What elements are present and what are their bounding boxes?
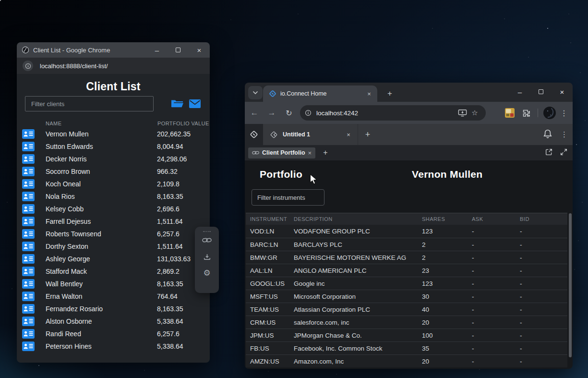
install-app-icon[interactable] [456,107,468,119]
cell-bid: - [520,267,567,274]
contact-card-icon [22,142,35,151]
instrument-row: GOOGL:US Google inc 123 - - [246,277,567,290]
forward-icon[interactable]: → [264,105,279,121]
client-row[interactable]: Wall Bentley 8,163.35 [17,278,210,290]
back-icon[interactable]: ← [247,105,262,121]
client-portfolio-value: 24,298.06 [157,155,187,163]
cell-bid: - [520,332,567,339]
client-row[interactable]: Nola Rios 8,163.35 [17,190,210,203]
cell-ask: - [472,280,520,287]
filter-instruments-input[interactable] [252,189,324,206]
client-row[interactable]: Koch Oneal 2,109.8 [17,178,210,190]
tab-close-icon[interactable]: × [365,89,373,98]
subtab-close-icon[interactable]: × [308,149,312,157]
cell-shares: 35 [422,345,472,352]
profile-avatar[interactable] [543,106,556,120]
client-row[interactable]: Alston Osborne 5,338.64 [17,315,210,328]
minimize-button[interactable]: – [146,42,168,58]
client-row[interactable]: Sutton Edwards 8,004.94 [17,140,210,153]
browser-menu-dots-icon[interactable]: ⋮ [559,109,569,118]
column-description: DESCRIPTION [294,216,422,222]
instrument-row: AMZN:US Amazon.com, Inc 20 - - [246,354,567,367]
portfolio-page: Portfolio Vernon Mullen INSTRUMENT DESCR… [245,160,573,369]
portfolio-table-body: VOD:LN VODAFONE GROUP PLC 123 - - BARC:L… [246,225,567,367]
mail-icon[interactable] [188,98,202,110]
close-button[interactable]: × [189,42,210,58]
workspace-bar: Untitled 1 × + ⋮ [245,124,573,145]
client-portfolio-subtab[interactable]: Client Portfolio × [248,147,315,159]
portfolio-table-header: INSTRUMENT DESCRIPTION SHARES ASK BID [246,213,567,225]
download-icon[interactable] [195,248,219,265]
cell-instrument: AAL:LN [246,267,294,274]
toolbar-separator [538,109,538,117]
client-row[interactable]: Erna Walton 764.64 [17,290,210,303]
maximize-group-icon[interactable] [560,148,568,158]
notifications-bell-icon[interactable] [542,129,554,140]
ioconnect-logo-button[interactable] [245,124,263,145]
popout-window-icon[interactable] [545,148,553,158]
client-row[interactable]: Peterson Hines 5,338.64 [17,340,210,353]
site-info-icon[interactable] [23,61,33,71]
client-row[interactable]: Randi Reed 6,257.6 [17,328,210,340]
client-row[interactable]: Stafford Mack 2,869.2 [17,265,210,278]
maximize-button[interactable] [168,42,189,58]
client-row[interactable]: Decker Norris 24,298.06 [17,153,210,165]
site-info-icon[interactable] [305,110,312,116]
maximize-button[interactable] [530,83,552,101]
cell-bid: - [520,319,567,326]
contact-card-icon [22,242,35,251]
client-name: Ashley George [46,255,90,263]
link-channels-icon[interactable] [195,232,219,248]
browser-window: io.Connect Home × + – × ← → ↻ localhost:… [245,83,573,369]
tab-search-chevron-icon[interactable] [248,86,263,99]
client-row[interactable]: Socorro Brown 966.32 [17,165,210,178]
io-connect-floating-toolbar[interactable]: ⚙ [195,227,219,293]
client-row[interactable]: Vernon Mullen 202,662.35 [17,128,210,140]
cell-shares: 23 [422,267,472,274]
extension-icon[interactable] [503,106,516,120]
cell-ask: - [472,358,520,365]
filter-clients-input[interactable] [25,96,154,111]
browser-tab-ioconnect-home[interactable]: io.Connect Home × [263,85,377,102]
instrument-row: TEAM:US Atlassian Corporation PLC 40 - - [246,303,567,316]
contact-card-icon [22,292,35,301]
folder-icon[interactable] [170,98,184,110]
client-window-titlebar[interactable]: Client List - Google Chrome – × [17,42,210,58]
client-row[interactable]: Kelsey Cobb 2,696.6 [17,203,210,215]
contact-card-icon [22,204,35,214]
cell-description: Google inc [294,280,422,287]
close-button[interactable]: × [552,83,573,101]
extensions-puzzle-icon[interactable] [519,106,533,120]
cell-description: salesforce.com, inc [294,319,422,326]
client-row[interactable]: Ashley George 131,033.63 [17,253,210,265]
client-row[interactable]: Dorthy Sexton 1,511.64 [17,240,210,253]
workspace-tab-close-icon[interactable]: × [344,130,353,139]
reload-icon[interactable]: ↻ [281,105,297,121]
column-bid: BID [520,216,567,222]
cell-ask: - [472,293,520,300]
client-portfolio-value: 1,511.64 [157,218,182,225]
workspace-menu-dots-icon[interactable]: ⋮ [561,130,568,139]
client-row[interactable]: Fernandez Rosario 8,163.35 [17,303,210,315]
cell-instrument: BARC:LN [246,241,294,248]
client-name: Dorthy Sexton [46,243,88,250]
cell-instrument: BMW:GR [246,254,294,261]
client-row[interactable]: Farrell Dejesus 1,511.64 [17,215,210,228]
new-tab-button[interactable]: + [383,87,396,100]
cell-description: JPMorgan Chase & Co. [294,332,422,339]
settings-gear-icon[interactable]: ⚙ [195,265,219,281]
bookmark-star-icon[interactable]: ☆ [468,107,481,119]
workspace-tab-untitled-1[interactable]: Untitled 1 × [263,124,358,145]
browser-tabstrip: io.Connect Home × + – × [245,83,573,102]
client-row[interactable]: Roberts Townsend 6,257.6 [17,228,210,240]
cell-instrument: TEAM:US [246,306,294,313]
address-bar[interactable]: localhost:4242 ☆ [300,105,486,121]
contact-card-icon [22,129,35,139]
minimize-button[interactable]: – [509,83,530,101]
portfolio-heading: Portfolio [260,169,302,180]
client-portfolio-value: 6,257.6 [157,330,180,338]
table-scrollbar-thumb[interactable] [569,213,572,357]
column-instrument: INSTRUMENT [246,216,294,222]
add-workspace-button[interactable]: + [358,124,377,145]
add-window-button[interactable]: + [323,148,327,157]
